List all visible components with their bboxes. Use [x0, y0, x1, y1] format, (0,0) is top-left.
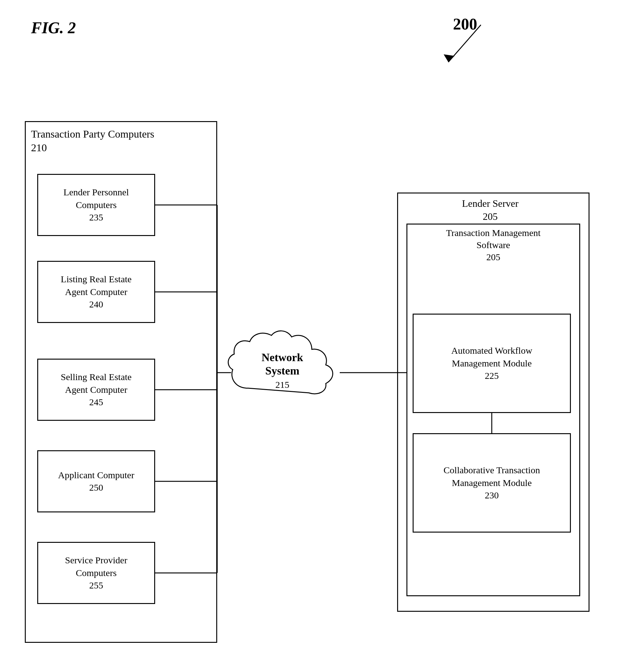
lender-server-number: 205 [483, 211, 498, 222]
service-provider-label: Service ProviderComputers 255 [65, 554, 127, 592]
network-number: 215 [275, 380, 290, 390]
transaction-party-title-text: Transaction Party Computers [31, 128, 154, 140]
applicant-box: Applicant Computer 250 [37, 450, 155, 512]
selling-agent-label: Selling Real EstateAgent Computer 245 [61, 371, 131, 409]
applicant-number: 250 [89, 482, 103, 493]
automated-workflow-number: 225 [485, 370, 499, 381]
listing-agent-box: Listing Real EstateAgent Computer 240 [37, 261, 155, 323]
collaborative-box: Collaborative TransactionManagement Modu… [413, 433, 571, 533]
selling-agent-number: 245 [89, 397, 103, 407]
collaborative-label: Collaborative TransactionManagement Modu… [444, 464, 540, 502]
applicant-label: Applicant Computer 250 [58, 469, 134, 494]
service-provider-number: 255 [89, 580, 103, 590]
service-provider-box: Service ProviderComputers 255 [37, 542, 155, 604]
selling-agent-box: Selling Real EstateAgent Computer 245 [37, 359, 155, 421]
collaborative-number: 230 [485, 490, 499, 500]
listing-agent-label: Listing Real EstateAgent Computer 240 [61, 273, 131, 311]
transaction-party-label: Transaction Party Computers 210 [31, 127, 154, 155]
svg-marker-1 [444, 54, 454, 62]
lender-personnel-number: 235 [89, 212, 103, 222]
diagram-number: 200 [453, 15, 477, 33]
figure-label: FIG. 2 [31, 19, 76, 37]
lender-server-title-text: Lender Server [462, 198, 518, 209]
tms-number: 205 [486, 252, 500, 262]
lender-personnel-box: Lender PersonnelComputers 235 [37, 174, 155, 236]
lender-personnel-label: Lender PersonnelComputers 235 [64, 186, 129, 224]
lender-server-label: Lender Server 205 [400, 197, 580, 223]
transaction-party-number: 210 [31, 142, 47, 153]
automated-workflow-box: Automated WorkflowManagement Module 225 [413, 314, 571, 413]
automated-workflow-label: Automated WorkflowManagement Module 225 [451, 344, 532, 382]
tms-label: Transaction ManagementSoftware 205 [410, 227, 577, 263]
network-label: NetworkSystem 215 [227, 351, 338, 391]
listing-agent-number: 240 [89, 299, 103, 309]
